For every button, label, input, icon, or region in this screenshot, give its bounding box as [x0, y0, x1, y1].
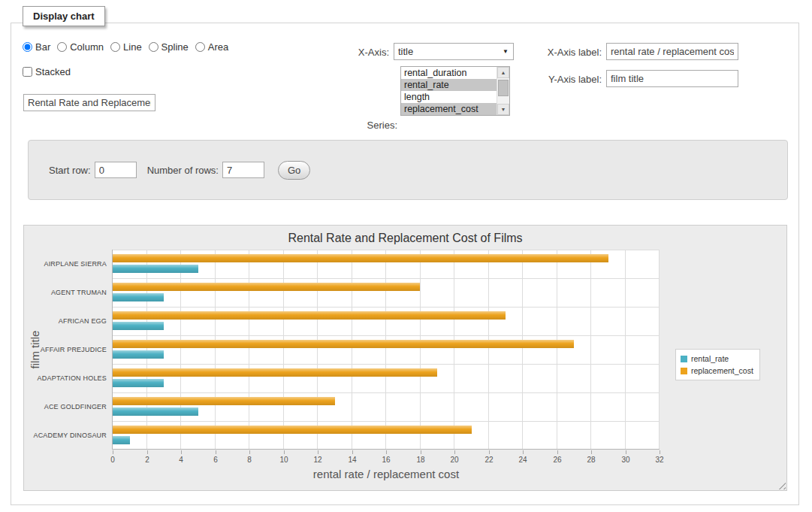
display-chart-panel: BarColumnLineSplineArea Stacked X-Axis: …: [11, 23, 799, 505]
gridline: [488, 250, 489, 449]
series-option-replacement_cost[interactable]: replacement_cost: [401, 103, 497, 115]
chart-type-option-line[interactable]: Line: [110, 41, 142, 53]
x-axis-label-label: X-Axis label:: [530, 47, 602, 58]
chart-type-radio-label: Column: [70, 41, 104, 53]
gridline: [113, 278, 660, 279]
axis-tick: [147, 450, 148, 454]
axis-tick-label: 28: [580, 456, 602, 464]
scroll-down-icon[interactable]: ▼: [497, 104, 509, 115]
bar-replacement_cost: [113, 368, 437, 377]
chart-type-option-bar[interactable]: Bar: [23, 41, 50, 53]
axis-tick: [626, 450, 626, 454]
axis-tick-label: 6: [204, 456, 227, 464]
bar-replacement_cost: [113, 397, 335, 405]
gridline: [146, 250, 147, 449]
listbox-scrollbar[interactable]: ▲ ▼: [497, 67, 509, 115]
gridline: [659, 250, 660, 449]
number-of-rows-label: Number of rows:: [147, 165, 219, 176]
x-axis-label-input[interactable]: [606, 43, 738, 60]
chart-type-radio-area[interactable]: [195, 42, 205, 52]
gridline: [385, 250, 386, 449]
chart-type-radio-label: Spline: [161, 41, 189, 53]
row-range-panel: Start row: Number of rows: Go: [28, 140, 788, 200]
x-axis-select-label: X-Axis:: [327, 47, 389, 58]
stacked-checkbox[interactable]: [23, 67, 32, 77]
axis-tick-label: 22: [478, 456, 500, 464]
series-option-rental_duration[interactable]: rental_duration: [401, 67, 497, 79]
bar-rental_rate: [113, 350, 164, 359]
y-axis-label-input[interactable]: [606, 70, 738, 87]
bar-rental_rate: [113, 322, 164, 330]
bar-replacement_cost: [113, 283, 420, 291]
category-label: ADAPTATION HOLES: [27, 374, 107, 382]
bar-replacement_cost: [113, 311, 506, 320]
bar-rental_rate: [113, 293, 164, 301]
chart-type-option-spline[interactable]: Spline: [149, 41, 189, 53]
chart-type-radio-bar[interactable]: [23, 42, 32, 52]
go-button[interactable]: Go: [278, 161, 310, 180]
axis-tick: [352, 450, 353, 454]
axis-tick-label: 16: [375, 456, 397, 464]
axis-tick-label: 20: [443, 456, 466, 464]
gridline: [283, 250, 284, 449]
axis-tick: [249, 450, 250, 454]
series-listbox[interactable]: rental_durationrental_ratelengthreplacem…: [400, 66, 510, 116]
scrollbar-thumb[interactable]: [498, 80, 509, 96]
y-axis-label-label: Y-Axis label:: [530, 74, 602, 85]
start-row-input[interactable]: [95, 162, 137, 178]
resize-handle-icon[interactable]: [776, 480, 786, 489]
category-label: AFFAIR PREJUDICE: [27, 346, 107, 353]
chart-title-input[interactable]: [23, 94, 155, 111]
legend-item-rental_rate[interactable]: rental_rate: [681, 353, 753, 365]
axis-tick-label: 32: [648, 456, 671, 464]
x-axis-select[interactable]: title: [394, 43, 514, 60]
gridline: [113, 421, 660, 422]
chart-type-option-area[interactable]: Area: [195, 41, 228, 53]
axis-tick-label: 30: [614, 456, 637, 464]
series-option-rental_rate[interactable]: rental_rate: [401, 79, 497, 91]
bar-replacement_cost: [113, 340, 574, 348]
gridline: [625, 250, 626, 449]
chart-type-radio-label: Bar: [35, 41, 50, 53]
chart-legend: rental_ratereplacement_cost: [675, 349, 760, 380]
chart-type-option-column[interactable]: Column: [57, 41, 104, 53]
category-label: ACE GOLDFINGER: [27, 403, 107, 411]
gridline: [317, 250, 318, 449]
axis-tick: [421, 450, 421, 454]
chart-type-radio-line[interactable]: [110, 42, 120, 52]
scroll-up-icon[interactable]: ▲: [497, 67, 509, 78]
gridline: [113, 307, 660, 308]
chart-title: Rental Rate and Replacement Cost of Film…: [24, 232, 786, 245]
legend-label: replacement_cost: [691, 366, 753, 375]
legend-item-replacement_cost[interactable]: replacement_cost: [681, 365, 753, 377]
axis-tick-label: 26: [546, 456, 569, 464]
number-of-rows-input[interactable]: [222, 162, 264, 178]
gridline: [215, 250, 216, 449]
axis-tick: [216, 450, 216, 454]
axis-tick-label: 8: [238, 456, 261, 464]
stacked-option[interactable]: Stacked: [23, 66, 71, 77]
legend-swatch-icon: [681, 356, 687, 362]
chart-type-radio-column[interactable]: [57, 42, 67, 52]
legend-label: rental_rate: [691, 354, 729, 363]
axis-tick-label: 14: [341, 456, 364, 464]
gridline: [113, 250, 660, 250]
chart-type-radio-spline[interactable]: [149, 42, 158, 52]
gridline: [454, 250, 454, 449]
axis-tick: [557, 450, 558, 454]
axis-tick: [113, 450, 113, 454]
axis-tick: [318, 450, 318, 454]
gridline: [420, 250, 421, 449]
bar-rental_rate: [113, 379, 164, 387]
gridline: [180, 250, 181, 449]
axis-tick-label: 18: [409, 456, 432, 464]
gridline: [113, 335, 660, 336]
axis-tick: [591, 450, 592, 454]
bar-replacement_cost: [113, 426, 472, 434]
series-options: rental_durationrental_ratelengthreplacem…: [401, 67, 497, 115]
gridline: [113, 392, 660, 393]
series-option-length[interactable]: length: [401, 91, 497, 103]
axis-tick-label: 24: [512, 456, 534, 464]
x-axis-title: rental rate / replacement cost: [113, 468, 660, 480]
category-label: ACADEMY DINOSAUR: [27, 432, 107, 439]
